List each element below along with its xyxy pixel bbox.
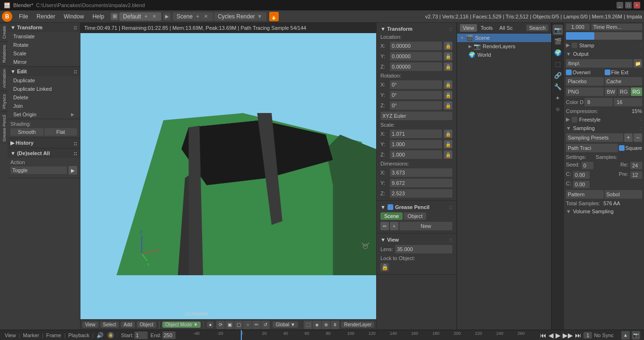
c-val[interactable]: 0.00 — [573, 171, 590, 179]
sampling-presets-field[interactable]: Sampling Presets — [566, 133, 623, 142]
stamp-checkbox[interactable] — [572, 43, 577, 48]
tab-animation[interactable]: Animation — [0, 66, 8, 91]
rotation-x-lock[interactable]: 🔒 — [444, 80, 452, 89]
menu-file[interactable]: File — [15, 12, 32, 21]
close-button[interactable]: × — [634, 2, 640, 9]
timeline-icon-2[interactable]: 📷 — [632, 331, 640, 340]
dim-y-field[interactable]: 9.672 — [390, 179, 452, 187]
toggle-button[interactable]: Toggle — [10, 166, 67, 174]
timeline-view-btn[interactable]: View — [5, 332, 16, 338]
rg-active-btn[interactable]: RG — [631, 87, 643, 96]
tab-create[interactable]: Create — [0, 23, 8, 42]
play-btn[interactable]: ▶ — [556, 331, 561, 339]
object-btn[interactable]: Object — [137, 322, 156, 328]
path-traci-field[interactable]: Path Traci — [566, 144, 618, 152]
bw-btn[interactable]: BW — [605, 87, 617, 96]
workspace-scene[interactable]: Scene + ✕ — [173, 12, 213, 21]
outliner-item-renderlayers[interactable]: ▶ 📷 RenderLayers — [457, 42, 551, 51]
add-btn[interactable]: Add — [121, 322, 135, 328]
gp-scene-btn[interactable]: Scene — [380, 212, 403, 220]
location-x-lock[interactable]: 🔒 — [444, 42, 452, 50]
prop-icon-constraints[interactable]: 🔗 — [553, 70, 563, 80]
sampling-remove-btn[interactable]: − — [634, 133, 642, 142]
view-btn[interactable]: View — [82, 322, 98, 328]
icon-r3[interactable]: ⊕ — [322, 321, 330, 329]
minimize-button[interactable]: _ — [617, 2, 623, 9]
location-y-lock[interactable]: 🔒 — [444, 52, 452, 61]
timeline-lock-icon[interactable]: 🔒 — [107, 332, 114, 339]
timeline-playback-btn[interactable]: Playback — [68, 332, 89, 338]
freestyle-checkbox[interactable] — [572, 117, 577, 122]
jump-start-btn[interactable]: ⏮ — [540, 331, 547, 339]
overwrite-checkbox[interactable] — [566, 70, 572, 75]
prop-icon-render[interactable]: 📷 — [553, 25, 563, 35]
prop-icon-object[interactable]: ⬚ — [553, 59, 563, 69]
workspace-close[interactable]: ✕ — [151, 14, 158, 19]
rotation-z-lock[interactable]: 🔒 — [444, 101, 452, 110]
icon-select4[interactable]: ✏ — [252, 321, 261, 329]
icon-select1[interactable]: ▣ — [225, 321, 234, 329]
gp-new-btn[interactable]: New — [399, 222, 452, 230]
history-header[interactable]: ▶ History :: — [8, 138, 80, 148]
scale-y-lock[interactable]: 🔒 — [444, 140, 452, 148]
gp-pencil-icon[interactable]: ✏ — [380, 222, 389, 230]
icon-select3[interactable]: ○ — [243, 321, 252, 329]
flat-button[interactable]: Flat — [44, 128, 78, 136]
menu-render[interactable]: Render — [33, 12, 59, 21]
smooth-button[interactable]: Smooth — [10, 128, 44, 136]
rotation-y-field[interactable]: 0° — [390, 91, 442, 99]
lens-field[interactable]: 35.000 — [395, 245, 452, 253]
jump-end-btn[interactable]: ⏭ — [575, 331, 582, 339]
timeline-ruler[interactable]: -40 -20 0 20 40 60 80 100 120 140 160 18… — [179, 330, 535, 340]
sobol-field[interactable]: Sobol — [605, 190, 643, 199]
gp-add-icon[interactable]: + — [390, 222, 398, 230]
gp-checkbox[interactable] — [388, 204, 393, 210]
timeline-marker-btn[interactable]: Marker — [23, 332, 39, 338]
time-rem-btn[interactable]: Time Rem... — [591, 24, 642, 30]
gp-object-btn[interactable]: Object — [404, 212, 426, 220]
tab-grease-pencil[interactable]: Grease Pencil — [0, 112, 8, 145]
location-z-lock[interactable]: 🔒 — [444, 62, 452, 71]
edit-header[interactable]: ▼ Edit :: — [8, 67, 80, 76]
square-checkbox[interactable] — [619, 145, 625, 151]
rotation-x-field[interactable]: 0° — [390, 80, 442, 89]
duplicate-item[interactable]: Duplicate — [8, 76, 80, 85]
icon-orbit[interactable]: ⟳ — [216, 321, 225, 329]
val-1-field[interactable]: 1.000 — [566, 24, 590, 30]
scale-x-field[interactable]: 1.071 — [390, 130, 442, 138]
mirror-item[interactable]: Mirror — [8, 58, 80, 66]
prev-frame-btn[interactable]: ◀ — [548, 331, 554, 339]
select-btn[interactable]: Select — [100, 322, 119, 328]
pattern-field[interactable]: Pattern — [566, 190, 604, 199]
set-origin-item[interactable]: Set Origin ▶ — [8, 110, 80, 119]
scale-y-field[interactable]: 1.000 — [390, 140, 442, 148]
prop-icon-scene[interactable]: 🎬 — [553, 36, 563, 46]
transform-header[interactable]: ▼ Transform :: — [8, 23, 80, 32]
viewport-canvas[interactable]: Z X Y (1) Impala — [80, 33, 376, 319]
workspace-default[interactable]: Default + ✕ — [119, 12, 161, 21]
re-val[interactable]: 24 — [630, 162, 642, 169]
location-y-field[interactable]: 0.00000 — [390, 52, 442, 61]
scale-item[interactable]: Scale — [8, 49, 80, 58]
rotation-y-lock[interactable]: 🔒 — [444, 91, 452, 99]
icon-select5[interactable]: ↺ — [261, 321, 270, 329]
location-x-field[interactable]: 0.00000 — [390, 42, 442, 50]
next-frame-btn[interactable]: ▶▶ — [563, 331, 573, 339]
color-val-field[interactable]: 8 — [584, 98, 613, 106]
end-frame-field[interactable]: 250 — [162, 331, 176, 339]
rotate-item[interactable]: Rotate — [8, 41, 80, 49]
outliner-tab-all-sc[interactable]: All Sc — [496, 24, 515, 32]
c2-val[interactable]: 0.00 — [573, 181, 590, 188]
prop-icon-modifiers[interactable]: 🔧 — [553, 81, 563, 92]
scale-z-lock[interactable]: 🔒 — [444, 150, 452, 159]
icon-select2[interactable]: ▢ — [234, 321, 243, 329]
global-btn[interactable]: Global ▼ — [273, 322, 298, 328]
tab-physics[interactable]: Physics — [0, 91, 8, 112]
dim-x-field[interactable]: 3.673 — [390, 168, 452, 177]
duplicate-linked-item[interactable]: Duplicate Linked — [8, 85, 80, 93]
outliner-item-world[interactable]: 🌍 World — [457, 51, 551, 59]
outliner-tab-tools[interactable]: Tools — [478, 24, 496, 32]
sampling-add-btn[interactable]: + — [624, 133, 633, 142]
object-mode-btn[interactable]: Object Mode ▼ — [162, 322, 201, 328]
format-field[interactable]: PNG — [566, 87, 604, 96]
